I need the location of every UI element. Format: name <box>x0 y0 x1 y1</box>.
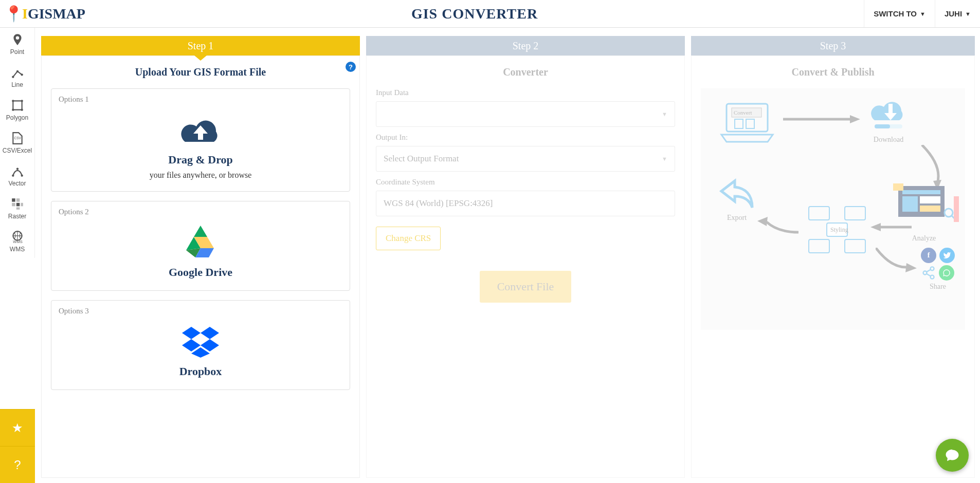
option-title: Google Drive <box>59 266 342 279</box>
step3-label: Step 3 <box>820 40 846 52</box>
svg-rect-36 <box>875 124 902 128</box>
svg-text:Styling: Styling <box>830 226 848 233</box>
arrow-icon <box>870 222 912 234</box>
option-title: Drag & Drop <box>59 153 342 166</box>
svg-rect-12 <box>16 198 20 202</box>
download-label: Download <box>865 136 912 144</box>
svg-rect-39 <box>898 186 945 217</box>
share-icon <box>921 266 936 280</box>
svg-rect-41 <box>902 196 918 212</box>
help-badge[interactable]: ? <box>346 62 356 72</box>
svg-point-10 <box>16 168 18 170</box>
sidebar-item-polygon[interactable]: Polygon <box>0 94 34 126</box>
svg-marker-24 <box>182 327 201 339</box>
brand-text: GISMAP <box>28 6 85 22</box>
svg-rect-42 <box>920 196 940 203</box>
analyze-icon <box>888 181 960 232</box>
output-format-select[interactable]: Select Output Format ▼ <box>376 146 675 172</box>
sidebar-item-point[interactable]: Point <box>0 28 34 61</box>
switch-to-dropdown[interactable]: SWITCH TO ▼ <box>864 0 935 27</box>
svg-point-59 <box>931 275 934 279</box>
sidebar-item-csv[interactable]: CSV CSV/Excel <box>0 126 34 159</box>
svg-line-46 <box>952 216 956 220</box>
caret-down-icon: ▼ <box>920 11 925 17</box>
arrow-icon <box>917 145 948 193</box>
svg-rect-16 <box>16 208 20 210</box>
whatsapp-icon <box>939 265 954 281</box>
sidebar-item-raster[interactable]: Raster <box>0 192 34 225</box>
polygon-icon <box>11 99 24 112</box>
svg-marker-25 <box>201 327 219 339</box>
cloud-download-icon <box>865 92 912 134</box>
csv-icon: CSV <box>11 132 24 145</box>
facebook-icon: f <box>921 248 936 263</box>
upload-dragdrop-option[interactable]: Options 1 Drag & Drop your files anywher… <box>51 88 350 192</box>
styling-icon: Styling <box>804 201 870 258</box>
svg-point-6 <box>21 109 23 111</box>
caret-down-icon: ▼ <box>662 156 667 162</box>
convert-file-button[interactable]: Convert File <box>480 271 572 303</box>
change-crs-button[interactable]: Change CRS <box>376 227 441 250</box>
sidebar-item-label: Raster <box>8 213 26 220</box>
step1-panel: Upload Your GIS Format File ? Options 1 … <box>41 55 360 478</box>
step3-panel: Convert & Publish Convert Download <box>691 55 975 478</box>
caret-down-icon: ▼ <box>662 111 667 117</box>
sidebar-item-wms[interactable]: WMS WMS <box>0 225 34 258</box>
sidebar-bottom: ★ ? <box>0 409 35 483</box>
svg-point-5 <box>12 109 14 111</box>
share-node: f Share <box>921 248 955 291</box>
download-node: Download <box>865 92 912 144</box>
crs-input[interactable] <box>376 191 675 216</box>
svg-rect-37 <box>875 124 890 128</box>
svg-text:Convert: Convert <box>734 109 752 116</box>
svg-marker-48 <box>870 223 881 231</box>
svg-rect-29 <box>727 104 768 132</box>
sidebar: Point Line Polygon CSV CSV/Excel Vector … <box>0 28 35 258</box>
wms-icon: WMS <box>11 230 24 244</box>
step2-header: Step 2 <box>366 36 685 55</box>
svg-rect-47 <box>954 196 959 222</box>
svg-rect-52 <box>809 239 829 253</box>
svg-rect-44 <box>893 183 903 191</box>
twitter-icon <box>939 248 955 263</box>
sidebar-item-vector[interactable]: Vector <box>0 159 34 192</box>
step1-column: Step 1 Upload Your GIS Format File ? Opt… <box>41 36 360 478</box>
svg-rect-53 <box>845 239 865 253</box>
arrow-icon <box>876 248 917 275</box>
header-right: SWITCH TO ▼ JUHI ▼ <box>864 0 980 27</box>
sidebar-item-line[interactable]: Line <box>0 61 34 94</box>
arrow-icon <box>783 114 860 126</box>
upload-dropbox-option[interactable]: Options 3 Dropbox <box>51 300 350 390</box>
step3-header: Step 3 <box>691 36 975 55</box>
svg-line-61 <box>927 274 931 276</box>
input-data-select[interactable]: ▼ <box>376 101 675 127</box>
svg-rect-43 <box>920 206 940 212</box>
svg-point-57 <box>931 267 934 270</box>
svg-text:CSV: CSV <box>14 136 21 140</box>
svg-rect-50 <box>809 207 829 220</box>
step1-header: Step 1 <box>41 36 360 55</box>
help-button[interactable]: ? <box>0 446 35 483</box>
sidebar-item-label: Line <box>11 81 23 88</box>
step2-column: Step 2 Converter Input Data ▼ Output In:… <box>366 36 685 478</box>
header: 📍 IGISMAP GIS CONVERTER SWITCH TO ▼ JUHI… <box>0 0 980 28</box>
laptop-icon: Convert <box>716 99 778 145</box>
main-content: Step 1 Upload Your GIS Format File ? Opt… <box>41 36 975 478</box>
svg-rect-54 <box>827 223 847 236</box>
arrow-icon <box>757 217 798 239</box>
export-label: Export <box>716 214 757 222</box>
upload-googledrive-option[interactable]: Options 2 Google Drive <box>51 201 350 291</box>
chat-button[interactable] <box>936 439 969 472</box>
point-icon <box>11 33 24 46</box>
sidebar-item-label: WMS <box>10 246 25 253</box>
star-button[interactable]: ★ <box>0 409 35 446</box>
user-menu[interactable]: JUHI ▼ <box>935 0 980 27</box>
line-icon <box>11 66 24 79</box>
step3-title: Convert & Publish <box>701 66 965 78</box>
styling-node: Styling <box>804 201 870 260</box>
brand-logo[interactable]: 📍 IGISMAP <box>4 5 85 23</box>
step2-title: Converter <box>376 66 675 78</box>
workflow-diagram: Convert Download Analyze <box>701 88 965 330</box>
output-placeholder: Select Output Format <box>384 154 459 164</box>
cloud-upload-icon <box>59 111 342 149</box>
